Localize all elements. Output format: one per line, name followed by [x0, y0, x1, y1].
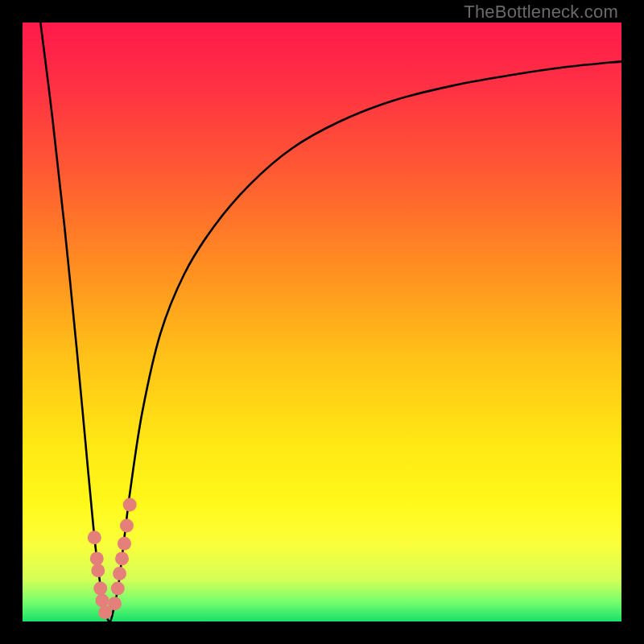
watermark-text: TheBottleneck.com [464, 2, 618, 23]
chart-frame: TheBottleneck.com [0, 0, 644, 644]
marker-dot [115, 551, 129, 565]
marker-dot [90, 551, 104, 565]
marker-dot [108, 597, 122, 610]
marker-dot [88, 530, 101, 544]
marker-dot [118, 537, 131, 551]
marker-dot [93, 582, 107, 596]
marker-dot [91, 564, 105, 577]
marker-dot [120, 518, 134, 532]
marker-dot [113, 567, 126, 580]
marker-dot [95, 593, 109, 607]
plot-area [23, 23, 621, 621]
marker-dot [111, 582, 125, 596]
curve-markers [23, 23, 621, 621]
marker-dot [123, 497, 137, 511]
